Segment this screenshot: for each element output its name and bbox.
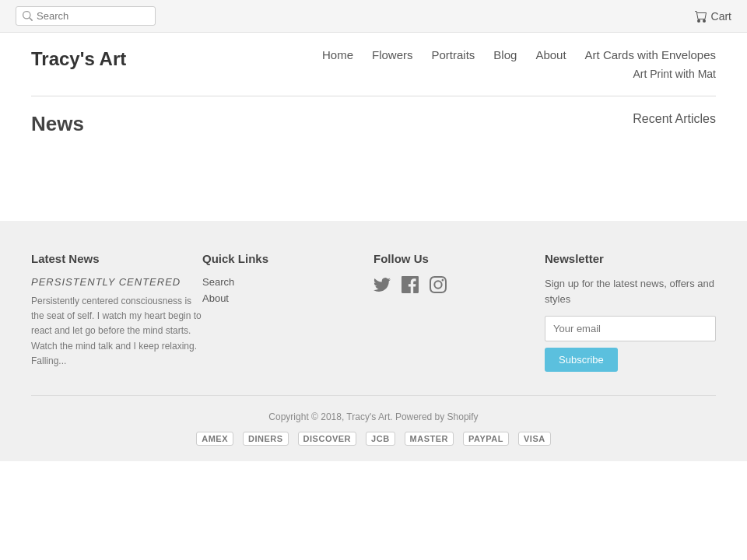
newsletter-title: Newsletter — [545, 252, 716, 265]
latest-news-excerpt: Persistently centered consciousness is t… — [31, 294, 202, 369]
social-icons — [374, 276, 545, 296]
quick-links-title: Quick Links — [202, 252, 374, 265]
quick-link-about[interactable]: About — [202, 292, 374, 304]
header-divider — [31, 96, 716, 96]
payment-paypal: PAYPAL — [463, 432, 509, 446]
sub-nav: Art Print with Mat — [633, 68, 716, 80]
search-input[interactable] — [37, 10, 146, 22]
twitter-icon — [374, 276, 391, 293]
top-bar: Cart — [0, 0, 747, 33]
facebook-icon — [402, 276, 419, 293]
follow-us-title: Follow Us — [374, 252, 545, 265]
payment-jcb: JCB — [366, 432, 395, 446]
main-content: News Recent Articles — [0, 112, 747, 174]
payment-visa: VISA — [518, 432, 551, 446]
newsletter-email-input[interactable] — [545, 316, 716, 341]
instagram-icon — [430, 276, 447, 293]
search-icon — [23, 11, 33, 21]
nav-art-cards[interactable]: Art Cards with Envelopes — [585, 48, 716, 61]
twitter-link[interactable] — [374, 276, 391, 296]
nav-about[interactable]: About — [535, 48, 566, 61]
payment-discover: DISCOVER — [298, 432, 356, 446]
footer-bottom: Copyright © 2018, Tracy's Art. Powered b… — [31, 395, 716, 446]
latest-news-title: Latest News — [31, 252, 202, 265]
footer-follow-us: Follow Us — [374, 252, 545, 372]
newsletter-description: Sign up for the latest news, offers and … — [545, 276, 716, 306]
payment-diners: DINERS — [243, 432, 289, 446]
nav-blog[interactable]: Blog — [493, 48, 517, 61]
nav-portraits[interactable]: Portraits — [432, 48, 475, 61]
footer-quick-links: Quick Links Search About — [202, 252, 374, 372]
facebook-link[interactable] — [402, 276, 419, 296]
header: Tracy's Art Home Flowers Portraits Blog … — [0, 33, 747, 80]
main-nav: Home Flowers Portraits Blog About Art Ca… — [322, 48, 716, 61]
footer-newsletter: Newsletter Sign up for the latest news, … — [545, 252, 716, 372]
copyright-text: Copyright © 2018, Tracy's Art. Powered b… — [31, 411, 716, 422]
nav-area: Home Flowers Portraits Blog About Art Ca… — [322, 48, 716, 80]
cart-link[interactable]: Cart — [695, 10, 731, 23]
payment-icons: AMEX DINERS DISCOVER JCB MASTER PAYPAL V… — [31, 432, 716, 446]
footer: Latest News Persistently Centered Persis… — [0, 221, 747, 461]
nav-home[interactable]: Home — [322, 48, 353, 61]
nav-art-print[interactable]: Art Print with Mat — [633, 68, 716, 80]
site-title[interactable]: Tracy's Art — [31, 48, 126, 70]
footer-latest-news: Latest News Persistently Centered Persis… — [31, 252, 202, 372]
recent-articles-label: Recent Articles — [633, 112, 716, 126]
nav-flowers[interactable]: Flowers — [372, 48, 413, 61]
cart-label: Cart — [711, 10, 731, 23]
payment-master: MASTER — [405, 432, 454, 446]
page-title: News — [31, 112, 84, 136]
subscribe-button[interactable]: Subscribe — [545, 348, 618, 372]
cart-icon — [695, 10, 707, 23]
footer-columns: Latest News Persistently Centered Persis… — [31, 252, 716, 372]
instagram-link[interactable] — [430, 276, 447, 296]
payment-amex: AMEX — [196, 432, 233, 446]
search-wrapper[interactable] — [16, 6, 156, 26]
latest-news-article-title[interactable]: Persistently Centered — [31, 276, 202, 288]
quick-link-search[interactable]: Search — [202, 276, 374, 288]
